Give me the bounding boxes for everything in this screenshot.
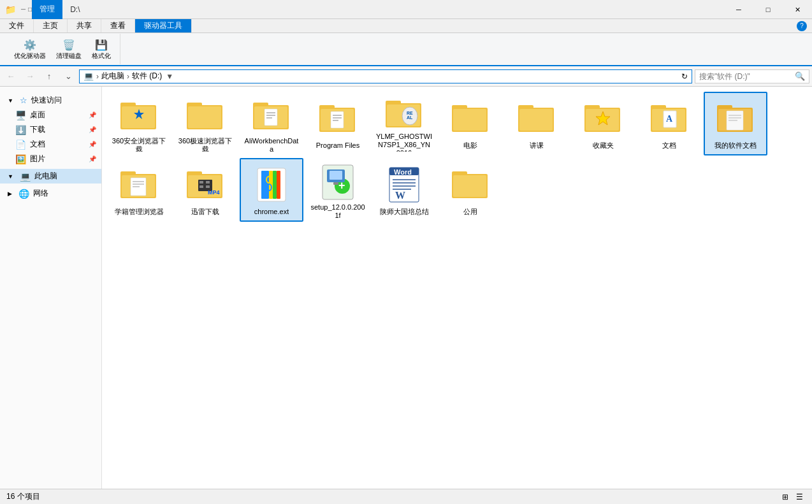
file-item[interactable]: 学籍管理浏览器 bbox=[107, 158, 171, 222]
svg-rect-69 bbox=[277, 171, 280, 199]
ribbon-btn-cleanup[interactable]: 🗑️ 清理磁盘 bbox=[52, 36, 85, 62]
winrar-icon bbox=[251, 164, 292, 205]
ribbon-btn-optimize[interactable]: ⚙️ 优化驱动器 bbox=[10, 36, 50, 62]
pictures-icon: 🖼️ bbox=[15, 154, 26, 164]
sidebar-section-thispc: ▼ 💻 此电脑 bbox=[0, 168, 101, 185]
file-label-6: 讲课 bbox=[530, 141, 544, 150]
svg-rect-32 bbox=[519, 109, 553, 131]
svg-rect-68 bbox=[273, 171, 277, 199]
refresh-button[interactable]: ↻ bbox=[681, 72, 688, 81]
sidebar-item-download[interactable]: ⬇️ 下载 📌 bbox=[0, 122, 101, 137]
pin-icon: 📌 bbox=[89, 112, 96, 119]
sidebar-section-network: ▶ 🌐 网络 bbox=[0, 185, 101, 202]
folder-icon-10 bbox=[119, 164, 159, 205]
recent-button[interactable]: ⌄ bbox=[60, 68, 76, 85]
breadcrumb-thispc[interactable]: 此电脑 bbox=[101, 71, 124, 82]
sidebar-item-pictures[interactable]: 🖼️ 图片 📌 bbox=[0, 152, 101, 166]
file-label-12: chrome.ext bbox=[254, 208, 289, 216]
ribbon-btn-format[interactable]: 💾 格式化 bbox=[88, 36, 115, 62]
breadcrumb-dropdown[interactable]: ▼ bbox=[166, 72, 173, 81]
tab-file[interactable]: 文件 bbox=[0, 19, 34, 32]
up-button[interactable]: ↑ bbox=[41, 68, 57, 85]
ribbon-tabs: 文件 主页 共享 查看 驱动器工具 ? bbox=[0, 19, 812, 33]
file-label-3: Program Files bbox=[316, 141, 359, 150]
file-item-chrome-ext[interactable]: chrome.ext bbox=[240, 158, 303, 222]
search-box[interactable]: 🔍 bbox=[695, 69, 809, 83]
back-button[interactable]: ← bbox=[3, 68, 19, 85]
file-label-1: 360极速浏览器下载 bbox=[177, 137, 233, 152]
file-item[interactable]: 公用 bbox=[439, 158, 502, 222]
folder-icon-9 bbox=[715, 98, 756, 139]
word-icon: Word W bbox=[384, 164, 424, 205]
svg-rect-60 bbox=[199, 181, 203, 184]
folder-icon-1 bbox=[185, 98, 226, 134]
network-arrow: ▶ bbox=[8, 191, 12, 197]
svg-rect-88 bbox=[453, 175, 486, 197]
view-buttons: ⊞ ☰ bbox=[779, 491, 806, 503]
breadcrumb-drive[interactable]: 软件 (D:) bbox=[132, 71, 162, 82]
list-view-button[interactable]: ☰ bbox=[793, 491, 806, 503]
svg-text:RE: RE bbox=[407, 111, 413, 115]
file-item[interactable]: A 文档 bbox=[637, 92, 701, 155]
file-item[interactable]: 我的软件文档 bbox=[704, 92, 767, 155]
file-label-7: 收藏夹 bbox=[593, 141, 614, 150]
file-item[interactable]: MP4 迅雷下载 bbox=[173, 158, 237, 222]
file-label-4: YLMF_GHOSTWIN7SP1_X86_YN2016 bbox=[376, 133, 432, 152]
folder-icon-8: A bbox=[649, 98, 690, 139]
help-button[interactable]: ? bbox=[797, 21, 807, 31]
sidebar-item-documents[interactable]: 📄 文档 📌 bbox=[0, 137, 101, 152]
file-label-9: 我的软件文档 bbox=[714, 141, 757, 150]
tab-share[interactable]: 共享 bbox=[68, 19, 101, 32]
breadcrumb-arrow1: › bbox=[96, 72, 99, 81]
folder-icon-3 bbox=[317, 98, 358, 139]
desktop-icon: 🖥️ bbox=[15, 110, 26, 120]
file-item[interactable]: RE AL YLMF_GHOSTWIN7SP1_X86_YN2016 bbox=[372, 92, 436, 155]
file-item[interactable]: 360安全浏览器下载 bbox=[107, 92, 171, 155]
pin-icon3: 📌 bbox=[89, 141, 96, 148]
file-item[interactable]: 收藏夹 bbox=[571, 92, 635, 155]
item-count: 16 个项目 bbox=[6, 491, 40, 502]
close-button[interactable]: ✕ bbox=[783, 0, 812, 19]
file-label-5: 电影 bbox=[463, 141, 477, 150]
address-bar: ← → ↑ ⌄ 💻 › 此电脑 › 软件 (D:) ▼ ↻ 🔍 bbox=[0, 66, 812, 87]
svg-rect-17 bbox=[331, 112, 344, 128]
file-item[interactable]: AliWorkbenchData bbox=[240, 92, 303, 155]
sidebar: ▼ ☆ 快速访问 🖥️ 桌面 📌 ⬇️ 下载 📌 📄 文档 📌 🖼️ bbox=[0, 87, 102, 489]
file-item[interactable]: + setup_12.0.0.2001f bbox=[306, 158, 370, 222]
maximize-button[interactable]: □ bbox=[753, 0, 783, 19]
file-item[interactable]: 电影 bbox=[439, 92, 502, 155]
app-icon: 📁 bbox=[5, 4, 16, 15]
file-label-2: AliWorkbenchData bbox=[243, 137, 300, 152]
tab-view[interactable]: 查看 bbox=[101, 19, 135, 32]
breadcrumb-pc-icon: 💻 bbox=[83, 71, 94, 81]
file-item[interactable]: Word W 陕师大国培总结 bbox=[372, 158, 436, 222]
file-label-0: 360安全浏览器下载 bbox=[111, 137, 167, 152]
search-icon: 🔍 bbox=[795, 71, 805, 81]
forward-button[interactable]: → bbox=[22, 68, 38, 85]
search-input[interactable] bbox=[699, 72, 795, 81]
tab-home[interactable]: 主页 bbox=[34, 19, 68, 32]
file-item[interactable]: Program Files bbox=[306, 92, 370, 155]
tab-driver-tools[interactable]: 驱动器工具 bbox=[135, 19, 192, 32]
sidebar-section-quickaccess: ▼ ☆ 快速访问 🖥️ 桌面 📌 ⬇️ 下载 📌 📄 文档 📌 🖼️ bbox=[0, 92, 101, 168]
quickaccess-arrow: ▼ bbox=[8, 97, 13, 104]
grid-view-button[interactable]: ⊞ bbox=[779, 491, 792, 503]
title-path: D:\ bbox=[70, 5, 80, 14]
svg-rect-61 bbox=[206, 181, 210, 184]
svg-text:AL: AL bbox=[407, 115, 413, 120]
file-item[interactable]: 讲课 bbox=[505, 92, 569, 155]
folder-icon-15 bbox=[450, 164, 491, 205]
file-label-8: 文档 bbox=[662, 141, 676, 150]
sidebar-quickaccess-header[interactable]: ▼ ☆ 快速访问 bbox=[0, 93, 101, 108]
folder-icon-11: MP4 bbox=[185, 164, 226, 205]
sidebar-item-desktop[interactable]: 🖥️ 桌面 📌 bbox=[0, 108, 101, 122]
optimize-icon: ⚙️ bbox=[23, 38, 37, 52]
svg-text:Word: Word bbox=[394, 168, 412, 176]
main-layout: ▼ ☆ 快速访问 🖥️ 桌面 📌 ⬇️ 下载 📌 📄 文档 📌 🖼️ bbox=[0, 87, 812, 489]
sidebar-item-network[interactable]: ▶ 🌐 网络 bbox=[0, 186, 101, 201]
setup-icon: + bbox=[317, 164, 358, 201]
sidebar-item-thispc[interactable]: ▼ 💻 此电脑 bbox=[0, 169, 101, 184]
minimize-button[interactable]: ─ bbox=[724, 0, 753, 19]
file-item[interactable]: 360极速浏览器下载 bbox=[173, 92, 237, 155]
quickaccess-icon: ☆ bbox=[20, 96, 27, 105]
